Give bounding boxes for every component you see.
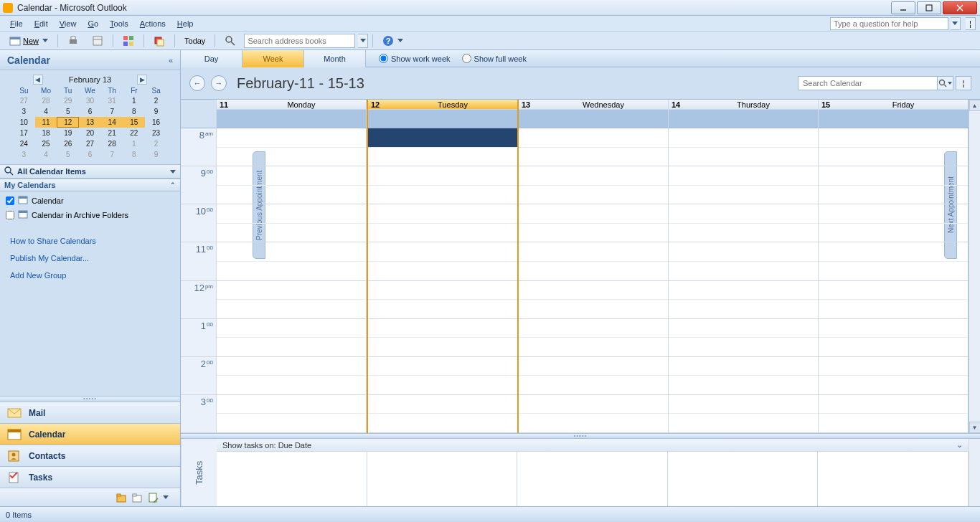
time-slot[interactable] [519, 148, 668, 167]
menu-go[interactable]: Go [82, 18, 104, 29]
mini-cal-day[interactable]: 18 [35, 128, 57, 138]
time-slot[interactable] [217, 204, 366, 224]
mini-cal-day[interactable]: 4 [35, 149, 57, 160]
time-slot[interactable] [368, 300, 517, 319]
time-slot[interactable] [519, 242, 668, 262]
search-options-button[interactable]: ¦ [956, 76, 971, 90]
mini-cal-day[interactable]: 24 [13, 138, 35, 149]
time-slot[interactable] [669, 376, 818, 395]
time-slot[interactable] [519, 414, 668, 433]
nav-link[interactable]: Add New Group [10, 267, 170, 284]
mini-calendar-grid[interactable]: SuMoTuWeThFrSa27282930311234567891011121… [13, 86, 167, 160]
vertical-scrollbar[interactable]: ▲ ▼ [969, 100, 980, 433]
time-slot[interactable] [819, 224, 968, 243]
time-slot[interactable] [217, 395, 366, 414]
day-column[interactable]: 13Wednesday [519, 100, 669, 433]
mini-cal-day[interactable]: 2 [145, 95, 167, 106]
mini-cal-day[interactable]: 6 [79, 106, 101, 117]
mini-cal-day[interactable]: 4 [35, 106, 57, 117]
mini-cal-day[interactable]: 5 [57, 106, 79, 117]
time-slot[interactable] [669, 166, 818, 186]
time-slot[interactable] [519, 395, 668, 414]
mini-cal-day[interactable]: 21 [101, 128, 123, 138]
collapse-nav-button[interactable]: « [169, 56, 173, 65]
time-slot[interactable] [217, 338, 366, 357]
categorize-button[interactable] [118, 33, 139, 49]
task-day-column[interactable] [367, 452, 518, 506]
time-slot[interactable] [819, 262, 968, 281]
time-slot[interactable] [217, 300, 366, 319]
menu-tools[interactable]: Tools [104, 18, 134, 29]
mini-cal-day[interactable]: 1 [123, 95, 146, 106]
nav-link[interactable]: How to Share Calendars [10, 232, 170, 250]
time-slot[interactable] [368, 186, 517, 205]
time-slot[interactable] [669, 148, 818, 167]
toolbar-options-chevron[interactable]: ¦ [966, 17, 976, 30]
mini-cal-day[interactable]: 25 [35, 138, 57, 149]
task-day-column[interactable] [668, 452, 819, 506]
menu-file[interactable]: File [4, 18, 29, 29]
journal-icon[interactable] [147, 492, 159, 503]
day-column[interactable]: 14Thursday [669, 100, 819, 433]
time-slot[interactable] [819, 128, 968, 148]
calendar-item[interactable]: Calendar [6, 194, 174, 208]
time-slot[interactable] [669, 204, 818, 224]
time-slot[interactable] [819, 281, 968, 300]
all-day-area[interactable] [519, 110, 668, 128]
my-calendars-header[interactable]: My Calendars ⌃ [0, 179, 180, 191]
task-day-column[interactable] [818, 452, 969, 506]
time-slot[interactable] [368, 414, 517, 433]
time-slot[interactable] [368, 376, 517, 395]
time-slot[interactable] [217, 224, 366, 243]
time-slot[interactable] [368, 224, 517, 243]
show-full-week-radio[interactable]: Show full week [462, 54, 527, 63]
prev-month-button[interactable]: ◀ [33, 75, 43, 85]
time-slot[interactable] [519, 357, 668, 376]
next-month-button[interactable]: ▶ [137, 75, 147, 85]
menu-help[interactable]: Help [171, 18, 199, 29]
time-slot[interactable] [368, 128, 517, 148]
help-question-dropdown[interactable] [951, 17, 961, 30]
time-slot[interactable] [368, 242, 517, 262]
time-slot[interactable] [368, 319, 517, 338]
view-tab-week[interactable]: Week [242, 50, 304, 67]
time-slot[interactable] [519, 281, 668, 300]
time-slot[interactable] [368, 204, 517, 224]
calendar-item[interactable]: Calendar in Archive Folders [6, 208, 174, 222]
time-slot[interactable] [669, 319, 818, 338]
nav-mail-button[interactable]: Mail [0, 402, 180, 423]
time-slot[interactable] [819, 300, 968, 319]
tasks-header[interactable]: Show tasks on: Due Date ⌄ [217, 439, 969, 452]
print-button[interactable] [62, 33, 84, 49]
next-week-button[interactable]: → [211, 75, 227, 91]
time-slot[interactable] [217, 148, 366, 167]
mini-cal-day[interactable]: 7 [101, 106, 123, 117]
permissions-button[interactable] [87, 33, 108, 49]
time-slot[interactable] [669, 242, 818, 262]
time-slot[interactable] [368, 357, 517, 376]
time-slot[interactable] [217, 242, 366, 262]
time-slot[interactable] [368, 166, 517, 186]
time-slot[interactable] [519, 338, 668, 357]
time-slot[interactable] [217, 186, 366, 205]
mini-cal-day[interactable]: 11 [35, 117, 57, 128]
mini-cal-day[interactable]: 10 [13, 117, 35, 128]
time-slot[interactable] [217, 319, 366, 338]
all-day-area[interactable] [368, 110, 517, 128]
time-slot[interactable] [519, 166, 668, 186]
mini-cal-day[interactable]: 31 [101, 95, 123, 106]
day-column[interactable]: 12Tuesday [367, 100, 519, 433]
new-button[interactable]: New [4, 33, 53, 49]
calendar-checkbox[interactable] [6, 211, 14, 219]
mini-cal-day[interactable]: 8 [123, 106, 146, 117]
time-slot[interactable] [669, 338, 818, 357]
menu-actions[interactable]: Actions [134, 18, 171, 29]
time-slot[interactable] [669, 300, 818, 319]
address-book-search-input[interactable] [244, 34, 355, 48]
time-slot[interactable] [217, 166, 366, 186]
mini-cal-day[interactable]: 9 [145, 149, 167, 160]
mini-cal-day[interactable]: 12 [57, 117, 79, 128]
configure-buttons[interactable] [163, 492, 174, 503]
time-slot[interactable] [669, 128, 818, 148]
show-work-week-radio[interactable]: Show work week [379, 54, 451, 63]
